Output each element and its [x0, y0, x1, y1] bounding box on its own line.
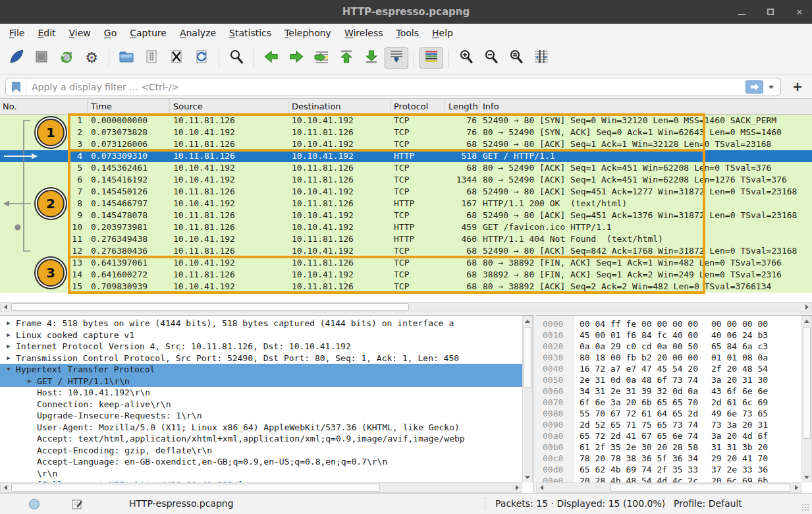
detail-line[interactable]: ▶Transmission Control Protocol, Src Port…: [0, 353, 522, 364]
zoom-in-button[interactable]: [454, 47, 478, 69]
detail-line[interactable]: ▶Linux cooked capture v1: [0, 329, 522, 341]
scrollbar-thumb[interactable]: [524, 327, 531, 387]
menu-analyze[interactable]: Analyze: [173, 26, 223, 40]
filter-bookmark-icon[interactable]: [12, 82, 20, 93]
packet-row-7[interactable]: 70.14545012610.11.81.12610.10.41.192TCP6…: [0, 186, 812, 198]
scrollbar-thumb[interactable]: [11, 484, 380, 492]
detail-line-get-request[interactable]: ▶GET / HTTP/1.1\r\n: [0, 376, 522, 387]
expand-expanded-icon[interactable]: ▼: [5, 364, 12, 376]
hex-row[interactable]: 00502e 31 0d 0a 48 6f 73 743a 20 31 30: [536, 374, 801, 386]
capture-options-button[interactable]: ⚙: [80, 47, 103, 69]
go-forward-button[interactable]: [284, 47, 308, 69]
add-filter-button-plus[interactable]: +: [792, 79, 803, 94]
hex-row[interactable]: 00d065 62 4b 69 74 2f 35 3337 2e 33 36: [536, 464, 801, 475]
packet-row-2[interactable]: 20.07307382810.10.41.19210.11.81.126TCP7…: [0, 127, 812, 138]
capture-comment-icon[interactable]: [71, 498, 83, 512]
hex-vscrollbar[interactable]: [801, 316, 812, 482]
menu-statistics[interactable]: Statistics: [223, 26, 278, 40]
hex-row[interactable]: 000000 04 ff fe 00 00 00 0000 00 00 00: [536, 318, 801, 329]
scroll-down-icon[interactable]: [523, 472, 532, 482]
scrollbar-thumb[interactable]: [803, 327, 811, 439]
packet-row-5[interactable]: 50.14536246110.10.41.19210.11.81.126TCP6…: [0, 162, 812, 174]
minimize-button[interactable]: [734, 5, 749, 19]
menu-wireless[interactable]: Wireless: [338, 26, 390, 40]
scroll-left-icon[interactable]: [1, 483, 10, 492]
scroll-left-icon[interactable]: [1, 302, 10, 312]
packet-row-11[interactable]: 110.27634943810.10.41.19210.11.81.126HTT…: [0, 233, 812, 245]
go-to-packet-button[interactable]: [310, 47, 333, 69]
go-back-button[interactable]: [259, 47, 283, 69]
column-no[interactable]: No.: [0, 99, 88, 115]
close-button[interactable]: ✕: [792, 5, 807, 19]
open-file-button[interactable]: [115, 47, 138, 69]
detail-line[interactable]: User-Agent: Mozilla/5.0 (X11; Linux x86_…: [0, 422, 522, 434]
detail-line[interactable]: ▶Frame 4: 518 bytes on wire (4144 bits),…: [0, 318, 522, 329]
apply-filter-button[interactable]: [745, 80, 763, 94]
column-info[interactable]: Info: [479, 99, 812, 115]
status-profile[interactable]: Profile: Default: [674, 498, 742, 509]
menu-edit[interactable]: Edit: [31, 26, 62, 40]
packet-row-3[interactable]: 30.07312600610.11.81.12610.10.41.192TCP6…: [0, 138, 812, 150]
restart-capture-button[interactable]: [55, 47, 78, 69]
column-length[interactable]: Length: [445, 99, 479, 115]
hex-row[interactable]: 004016 72 a7 e7 47 45 54 202f 20 48 54: [536, 363, 801, 374]
details-vscrollbar[interactable]: [522, 316, 533, 482]
scroll-left-icon[interactable]: [537, 483, 546, 492]
hex-row[interactable]: 00200a 0a 29 c0 cd 0a 00 5065 84 6a c3: [536, 341, 801, 352]
expert-info-icon[interactable]: [29, 499, 40, 509]
detail-line-http-selected[interactable]: ▼Hypertext Transfer Protocol: [0, 364, 522, 376]
scroll-right-icon[interactable]: [792, 483, 801, 492]
menu-view[interactable]: View: [63, 26, 97, 40]
hex-row[interactable]: 008055 70 67 72 61 64 65 2d49 6e 73 65: [536, 408, 801, 419]
hex-row[interactable]: 00e020 28 4b 48 54 4d 4c 2c20 6c 69 6b: [536, 475, 801, 482]
expand-collapsed-icon[interactable]: ▶: [5, 318, 12, 329]
packet-row-15[interactable]: 150.70983093910.10.41.19210.11.81.126TCP…: [0, 281, 812, 293]
scroll-down-icon[interactable]: [802, 472, 811, 482]
scroll-up-icon[interactable]: [802, 316, 811, 326]
detail-line[interactable]: Upgrade-Insecure-Requests: 1\r\n: [0, 410, 522, 422]
packet-row-12[interactable]: 120.27638043610.11.81.12610.10.41.192TCP…: [0, 245, 812, 257]
filter-dropdown-caret[interactable]: [769, 86, 774, 89]
hex-row[interactable]: 00c078 20 78 38 36 5f 36 3429 20 41 70: [536, 453, 801, 464]
packet-row-1[interactable]: 10.00000000010.11.81.12610.10.41.192TCP7…: [0, 115, 812, 127]
zoom-out-button[interactable]: [479, 47, 503, 69]
expand-collapsed-icon[interactable]: ▶: [5, 329, 12, 341]
scroll-right-icon[interactable]: [512, 483, 522, 492]
menu-capture[interactable]: Capture: [123, 26, 173, 40]
colorize-packets-button[interactable]: [420, 47, 443, 69]
packet-row-13[interactable]: 130.64139706110.10.41.19210.11.81.126TCP…: [0, 257, 812, 269]
menu-help[interactable]: Help: [425, 26, 460, 40]
start-capture-button[interactable]: [5, 47, 28, 69]
packet-row-8[interactable]: 80.14546679710.10.41.19210.11.81.126HTTP…: [0, 198, 812, 210]
hex-row[interactable]: 00902d 52 65 71 75 65 73 7473 3a 20 31: [536, 419, 801, 430]
reload-file-button[interactable]: [190, 47, 213, 69]
display-filter-input[interactable]: Apply a display filter ... <Ctrl-/>: [5, 78, 781, 96]
column-source[interactable]: Source: [170, 99, 288, 115]
close-file-button[interactable]: [165, 47, 188, 69]
hex-row[interactable]: 006034 31 2e 31 39 32 0d 0a43 6f 6e 6e: [536, 386, 801, 397]
menu-go[interactable]: Go: [97, 26, 123, 40]
zoom-reset-button[interactable]: [504, 47, 528, 69]
packet-row-9[interactable]: 90.14547807810.11.81.12610.10.41.192TCP6…: [0, 210, 812, 221]
column-destination[interactable]: Destination: [288, 99, 391, 115]
detail-line[interactable]: \r\n: [0, 468, 522, 480]
resize-grip[interactable]: [801, 503, 809, 511]
auto-scroll-button[interactable]: [385, 47, 408, 69]
scroll-right-icon[interactable]: [802, 302, 811, 312]
detail-line[interactable]: ▶Internet Protocol Version 4, Src: 10.11…: [0, 341, 522, 353]
detail-line[interactable]: Accept-Language: en-GB-oxendict,en-GB;q=…: [0, 456, 522, 468]
hex-hscrollbar[interactable]: [536, 482, 801, 493]
packet-row-10[interactable]: 100.20397398110.11.81.12610.10.41.192HTT…: [0, 221, 812, 233]
detail-line[interactable]: Connection: keep-alive\r\n: [0, 399, 522, 411]
save-file-button[interactable]: [140, 47, 163, 69]
packet-row-6[interactable]: 60.14541619210.10.41.19210.11.81.126TCP1…: [0, 174, 812, 186]
resize-columns-button[interactable]: [529, 47, 553, 69]
hex-row[interactable]: 00b061 2f 35 2e 30 20 28 5831 31 3b 20: [536, 442, 801, 453]
expand-collapsed-icon[interactable]: ▶: [5, 341, 12, 353]
menu-tools[interactable]: Tools: [390, 26, 426, 40]
expand-collapsed-icon[interactable]: ▶: [5, 353, 12, 364]
stop-capture-button[interactable]: [30, 47, 53, 69]
hex-row[interactable]: 00a065 72 2d 41 67 65 6e 743a 20 4d 6f: [536, 430, 801, 442]
scrollbar-thumb[interactable]: [610, 484, 790, 492]
column-time[interactable]: Time: [88, 99, 170, 115]
